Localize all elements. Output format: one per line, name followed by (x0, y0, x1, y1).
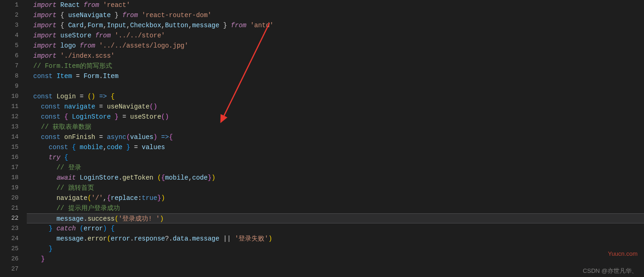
code-line[interactable]: // Form.Item的简写形式 (33, 61, 644, 71)
line-number: 7 (0, 61, 18, 71)
code-line[interactable]: // 跳转首页 (33, 183, 644, 193)
code-line[interactable]: const Login = () => { (33, 91, 644, 102)
code-line[interactable]: import { useNavigate } from 'react-route… (33, 10, 644, 20)
code-line[interactable]: // 获取表单数据 (33, 122, 644, 132)
code-line[interactable]: const { LoginStore } = useStore() (33, 112, 644, 122)
code-line[interactable]: message.error(error.response?.data.messa… (33, 234, 644, 244)
line-number: 5 (0, 41, 18, 51)
line-number-gutter: 1234567891011121314151617181920212223242… (0, 0, 27, 277)
line-number: 6 (0, 51, 18, 61)
line-number: 25 (0, 244, 18, 254)
code-line[interactable]: await LoginStore.getToken ({mobile,code}… (33, 173, 644, 183)
line-number: 26 (0, 254, 18, 264)
code-area[interactable]: import React from 'react'import { useNav… (27, 0, 644, 277)
code-line[interactable]: import { Card,Form,Input,Checkbox,Button… (33, 20, 644, 30)
line-number: 20 (0, 193, 18, 203)
code-line[interactable]: } (33, 254, 644, 264)
code-line[interactable]: navigate('/',{replace:true}) (33, 193, 644, 203)
line-number: 21 (0, 203, 18, 213)
line-number: 9 (0, 81, 18, 91)
code-line[interactable]: // 登录 (33, 163, 644, 173)
code-editor[interactable]: 1234567891011121314151617181920212223242… (0, 0, 644, 277)
code-line[interactable]: const onFinish = async(values) =>{ (33, 132, 644, 142)
code-line[interactable] (33, 264, 644, 274)
line-number: 12 (0, 112, 18, 122)
line-number: 14 (0, 132, 18, 142)
code-line[interactable] (33, 81, 644, 91)
code-line[interactable]: message.success('登录成功! ') (27, 213, 644, 223)
line-number: 16 (0, 152, 18, 163)
line-number: 15 (0, 142, 18, 152)
watermark-site: Yuucn.com (608, 250, 638, 257)
line-number: 18 (0, 173, 18, 183)
code-line[interactable]: import './index.scss' (33, 51, 644, 61)
code-line[interactable]: const navigate = useNavigate() (33, 102, 644, 112)
line-number: 10 (0, 91, 18, 102)
line-number: 13 (0, 122, 18, 132)
code-line[interactable]: const { mobile,code } = values (33, 142, 644, 152)
line-number: 24 (0, 234, 18, 244)
watermark-author: CSDN @亦世凡华、 (583, 267, 638, 275)
line-number: 1 (0, 0, 18, 10)
code-line[interactable]: import React from 'react' (33, 0, 644, 10)
code-line[interactable]: const Item = Form.Item (33, 71, 644, 81)
code-line[interactable]: import logo from '../../assets/logo.jpg' (33, 41, 644, 51)
line-number: 17 (0, 163, 18, 173)
code-line[interactable]: import useStore from '../../store' (33, 30, 644, 41)
line-number: 2 (0, 10, 18, 20)
code-line[interactable]: } (33, 244, 644, 254)
code-line[interactable]: // 提示用户登录成功 (33, 203, 644, 213)
line-number: 19 (0, 183, 18, 193)
line-number: 22 (0, 213, 18, 223)
code-line[interactable]: } catch (error) { (33, 223, 644, 234)
line-number: 11 (0, 102, 18, 112)
line-number: 8 (0, 71, 18, 81)
line-number: 27 (0, 264, 18, 274)
line-number: 23 (0, 223, 18, 234)
code-line[interactable]: try { (33, 152, 644, 163)
line-number: 3 (0, 20, 18, 30)
line-number: 4 (0, 30, 18, 41)
